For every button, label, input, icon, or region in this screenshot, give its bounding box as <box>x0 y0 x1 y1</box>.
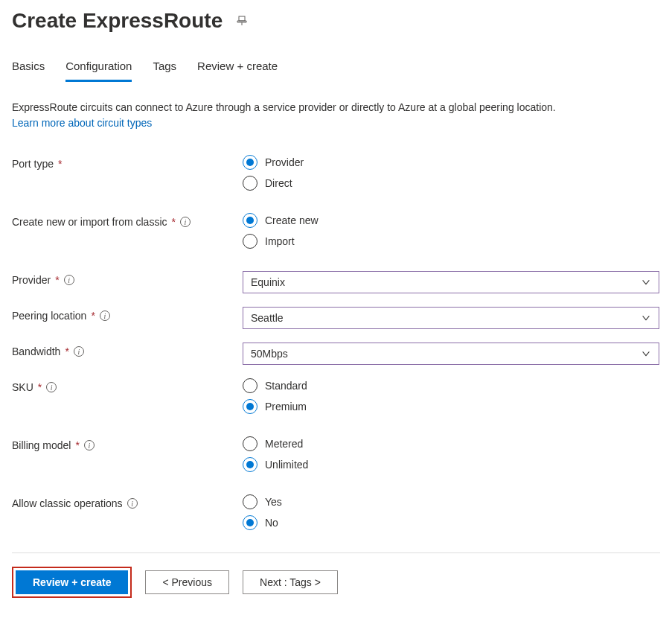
tab-tags[interactable]: Tags <box>153 55 176 82</box>
select-value: Seattle <box>251 312 284 324</box>
tab-configuration[interactable]: Configuration <box>65 55 132 82</box>
classic-no-radio[interactable]: No <box>243 515 659 530</box>
billing-metered-radio[interactable]: Metered <box>243 436 659 451</box>
port-type-provider-radio[interactable]: Provider <box>243 155 659 170</box>
highlight-box: Review + create <box>12 567 132 598</box>
classic-yes-radio[interactable]: Yes <box>243 494 659 509</box>
radio-label: Provider <box>265 156 304 168</box>
port-type-direct-radio[interactable]: Direct <box>243 176 659 191</box>
radio-label: Metered <box>265 438 303 450</box>
description-text: ExpressRoute circuits can connect to Azu… <box>12 101 556 113</box>
pin-icon[interactable] <box>236 15 248 27</box>
radio-label: Standard <box>265 380 307 392</box>
svg-rect-0 <box>239 16 245 21</box>
billing-label: Billing model <box>12 439 71 451</box>
classic-label: Allow classic operations <box>12 497 123 509</box>
radio-label: No <box>265 517 278 529</box>
required-mark: * <box>65 345 68 357</box>
sku-premium-radio[interactable]: Premium <box>243 399 659 414</box>
learn-more-link[interactable]: Learn more about circuit types <box>12 117 152 129</box>
select-value: Equinix <box>251 276 285 288</box>
info-icon[interactable]: i <box>180 217 191 227</box>
port-type-label: Port type <box>12 158 54 170</box>
required-mark: * <box>55 274 59 286</box>
info-icon[interactable]: i <box>100 310 110 321</box>
radio-label: Direct <box>265 177 292 189</box>
select-value: 50Mbps <box>251 348 288 360</box>
chevron-down-icon <box>641 277 651 287</box>
description: ExpressRoute circuits can connect to Azu… <box>12 100 660 131</box>
info-icon[interactable]: i <box>127 498 138 509</box>
required-mark: * <box>75 439 79 451</box>
bandwidth-select[interactable]: 50Mbps <box>243 343 659 365</box>
info-icon[interactable]: i <box>84 440 95 450</box>
radio-label: Create new <box>265 214 319 226</box>
import-radio[interactable]: Import <box>243 234 659 249</box>
radio-label: Import <box>265 235 295 247</box>
info-icon[interactable]: i <box>46 382 57 392</box>
tabs: Basics Configuration Tags Review + creat… <box>12 55 660 82</box>
tab-basics[interactable]: Basics <box>12 55 45 82</box>
peering-select[interactable]: Seattle <box>243 307 659 329</box>
peering-label: Peering location <box>12 310 86 322</box>
create-import-label: Create new or import from classic <box>12 216 167 228</box>
chevron-down-icon <box>641 313 651 323</box>
required-mark: * <box>172 216 176 228</box>
provider-select[interactable]: Equinix <box>243 271 659 293</box>
required-mark: * <box>58 158 62 170</box>
sku-standard-radio[interactable]: Standard <box>243 378 659 393</box>
chevron-down-icon <box>641 348 651 359</box>
billing-unlimited-radio[interactable]: Unlimited <box>243 457 659 472</box>
previous-button[interactable]: < Previous <box>145 570 229 594</box>
radio-label: Premium <box>265 401 307 413</box>
radio-label: Unlimited <box>265 459 308 471</box>
info-icon[interactable]: i <box>74 346 84 357</box>
radio-label: Yes <box>265 496 282 508</box>
required-mark: * <box>38 381 42 393</box>
footer: Review + create < Previous Next : Tags > <box>12 552 660 598</box>
info-icon[interactable]: i <box>64 275 74 285</box>
review-create-button[interactable]: Review + create <box>16 570 128 594</box>
bandwidth-label: Bandwidth <box>12 345 60 357</box>
required-mark: * <box>91 310 95 322</box>
create-new-radio[interactable]: Create new <box>243 213 659 228</box>
tab-review[interactable]: Review + create <box>197 55 278 82</box>
sku-label: SKU <box>12 381 33 393</box>
next-button[interactable]: Next : Tags > <box>243 570 338 594</box>
page-title: Create ExpressRoute <box>12 9 223 33</box>
provider-label: Provider <box>12 274 51 286</box>
